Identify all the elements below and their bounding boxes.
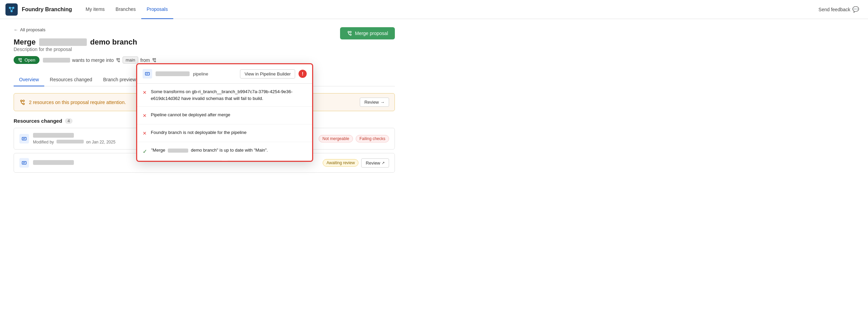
proposal-description: Description for the proposal <box>14 47 157 52</box>
branch-badge-icon <box>18 58 22 63</box>
popup-check-text-3: Foundry branch is not deployable for the… <box>151 129 246 136</box>
review-arrow-icon: → <box>380 100 385 105</box>
top-navigation: Foundry Branching My items Branches Prop… <box>0 0 868 19</box>
open-label: Open <box>25 57 35 63</box>
failing-checks-chip[interactable]: Failing checks <box>356 135 389 142</box>
title-merge-word: Merge <box>14 38 36 47</box>
pipeline-check-popup: pipeline View in Pipeline Builder ! ✕ So… <box>136 63 313 162</box>
svg-point-23 <box>350 31 351 33</box>
svg-rect-31 <box>22 137 26 140</box>
svg-point-8 <box>20 58 22 59</box>
svg-point-28 <box>23 100 25 102</box>
pipeline-resource-icon <box>21 136 27 141</box>
svg-point-11 <box>117 58 118 59</box>
svg-line-20 <box>154 61 155 61</box>
send-feedback-label: Send feedback <box>819 7 850 12</box>
merge-proposal-button[interactable]: Merge proposal <box>340 27 395 39</box>
resource-date: on Jan 22, 2025 <box>86 140 115 144</box>
svg-line-30 <box>21 103 23 104</box>
alert-text: 2 resources on this proposal require att… <box>29 100 126 105</box>
back-label: All proposals <box>20 27 45 32</box>
review-label-2: Review <box>366 160 380 166</box>
tab-resources-changed[interactable]: Resources changed <box>44 73 98 86</box>
popup-success-icon-4: ✓ <box>143 148 147 156</box>
review-attention-btn[interactable]: Review → <box>360 98 389 107</box>
resource-icon-1 <box>19 134 29 143</box>
svg-line-25 <box>349 34 350 35</box>
review-external-icon: ↗ <box>382 161 385 165</box>
svg-point-22 <box>350 34 351 35</box>
main-content: ← All proposals Merge demo branch Descri… <box>0 19 408 184</box>
nav-branches[interactable]: Branches <box>110 0 141 19</box>
nav-links: My items Branches Proposals <box>80 0 173 19</box>
svg-point-13 <box>118 58 120 59</box>
send-feedback-button[interactable]: Send feedback 💬 <box>815 4 863 15</box>
svg-line-15 <box>117 61 118 61</box>
svg-point-27 <box>23 103 25 105</box>
svg-point-21 <box>348 31 349 33</box>
svg-point-6 <box>19 58 20 59</box>
nav-my-items[interactable]: My items <box>80 0 110 19</box>
svg-line-10 <box>19 61 20 61</box>
popup-caret-inner <box>221 160 228 162</box>
open-status-badge: Open <box>14 56 39 64</box>
resource-review-btn[interactable]: Review ↗ <box>361 158 389 168</box>
header-actions: Merge proposal <box>340 27 395 39</box>
nav-proposals[interactable]: Proposals <box>141 0 173 19</box>
svg-point-7 <box>20 61 22 62</box>
back-to-proposals[interactable]: ← All proposals <box>14 27 45 32</box>
author-blur <box>43 58 70 63</box>
app-title: Foundry Branching <box>22 6 72 13</box>
merge-icon <box>347 31 352 36</box>
wants-to-merge-text: wants to merge into <box>72 57 114 63</box>
svg-point-16 <box>153 58 154 59</box>
resource-icon-2 <box>19 158 29 168</box>
alert-icon <box>19 99 26 105</box>
resource-name-blur-2 <box>33 160 74 165</box>
main-branch-label: main <box>126 57 135 63</box>
page-title: Merge demo branch <box>14 38 157 47</box>
popup-pipeline-name-blur <box>156 71 190 76</box>
tab-overview[interactable]: Overview <box>14 73 44 86</box>
popup-error-icon-3: ✕ <box>143 130 147 137</box>
popup-pipeline-label: pipeline <box>193 71 208 76</box>
resources-section-title: Resources changed <box>14 118 62 124</box>
resource-status-1: Not mergeable Failing checks <box>319 135 389 142</box>
popup-check-item-4: ✓ "Merge demo branch" is up to date with… <box>137 142 312 161</box>
title-name-blur <box>39 38 87 46</box>
resource-status-2: Awaiting review Review ↗ <box>323 158 389 168</box>
popup-pipeline-icon <box>143 69 152 79</box>
popup-error-icon-2: ✕ <box>143 112 147 119</box>
back-arrow-icon: ← <box>14 27 18 32</box>
svg-rect-37 <box>145 72 149 75</box>
svg-point-17 <box>155 61 156 62</box>
svg-rect-34 <box>22 161 26 164</box>
branch-icon-inline <box>116 58 120 63</box>
title-demo-branch: demo branch <box>90 38 137 47</box>
svg-point-26 <box>20 100 22 102</box>
view-pipeline-builder-btn[interactable]: View in Pipeline Builder <box>240 69 295 79</box>
main-branch-tag: main <box>123 56 138 64</box>
status-row: Open wants to merge into main <box>14 56 157 64</box>
review-label: Review <box>364 100 379 105</box>
svg-point-12 <box>118 61 120 62</box>
review-button[interactable]: Review → <box>360 98 389 107</box>
from-text: from <box>140 57 150 63</box>
pipeline-resource-icon-2 <box>21 160 27 166</box>
modified-by-label: Modified by <box>33 140 54 144</box>
feedback-icon: 💬 <box>852 6 859 13</box>
resource-name-blur-1 <box>33 133 74 138</box>
popup-check-text-2: Pipeline cannot be deployed after merge <box>151 112 230 118</box>
popup-error-indicator: ! <box>299 70 307 78</box>
awaiting-review-chip: Awaiting review <box>323 159 358 167</box>
popup-pipeline-svg-icon <box>145 71 150 76</box>
popup-check-item-1: ✕ Some transforms on gb-ri_branch__branc… <box>137 84 312 107</box>
popup-check-text-1: Some transforms on gb-ri_branch__branch_… <box>151 88 307 102</box>
app-logo <box>5 3 18 16</box>
svg-point-18 <box>155 58 156 59</box>
page-title-area: Merge demo branch Description for the pr… <box>14 38 157 71</box>
popup-header: pipeline View in Pipeline Builder ! <box>137 64 312 84</box>
not-mergeable-chip: Not mergeable <box>319 135 353 142</box>
merge-proposal-label: Merge proposal <box>355 31 388 36</box>
popup-check-item-3: ✕ Foundry branch is not deployable for t… <box>137 124 312 142</box>
